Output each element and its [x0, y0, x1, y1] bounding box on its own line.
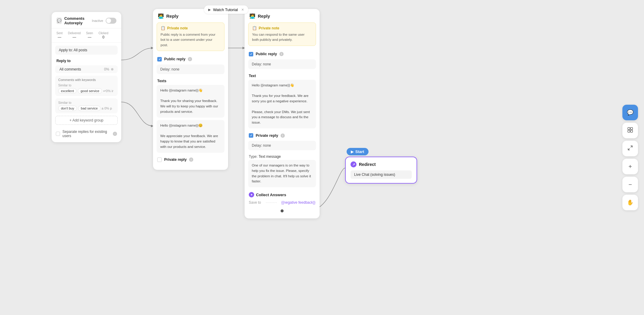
reply-icon-1: 🧑‍💻 [158, 13, 164, 19]
note-icon-1: 📋 [161, 26, 165, 30]
private-reply-info-1: i [189, 158, 193, 162]
toolbar-chat-icon: 💬 [627, 109, 633, 116]
text-bubble-1: Hello {{instagram name}}👋Thank you for s… [157, 85, 224, 118]
stat-delivered: Delivered — [68, 32, 81, 39]
private-note-text-2: You can respond to the same user both pu… [252, 32, 312, 43]
keyword-tags-1: excellent good service ↵0% ir [58, 88, 115, 94]
panel-header-left: 💬 Comments Autoreply [56, 16, 92, 25]
text-bubble-2: Hello {{instagram name}}😊We appreciate y… [157, 120, 224, 153]
svg-rect-2 [630, 128, 633, 130]
panel-stats: Sent — Delivered — Seen — Clicked 0 [52, 28, 121, 43]
redirect-value-box: Live Chat (solving issues) [351, 170, 412, 179]
public-reply-checkbox-1[interactable] [157, 57, 162, 62]
reply-to-label: Reply to [52, 58, 121, 65]
reply-card-1: 🧑‍💻 Reply 📋 Private note Public reply is… [153, 9, 228, 170]
add-keyword-btn[interactable]: + Add keyword group [55, 116, 118, 125]
type-value: Text message [259, 154, 281, 159]
public-reply-info-1: i [188, 57, 192, 61]
bottom-dot [281, 209, 284, 212]
private-reply-row-2[interactable]: Private reply i [245, 131, 320, 140]
toolbar-minus-icon: − [628, 181, 632, 188]
reply-icon-2: 🧑‍💻 [249, 13, 255, 19]
redirect-title: ↗ Redirect [351, 161, 412, 167]
close-icon[interactable]: × [242, 7, 244, 12]
reply-card-2-title-bar: 🧑‍💻 Reply [245, 9, 320, 22]
tag-more-1: ↵0% ir [103, 89, 113, 93]
collect-icon: ✦ [249, 192, 254, 197]
private-note-header-1: 📋 Private note [161, 26, 221, 30]
toolbar: 💬 + − ✋ [622, 105, 638, 210]
private-note-1: 📋 Private note Public reply is a comment… [157, 22, 224, 51]
private-note-text-1: Public reply is a comment from your bot … [161, 32, 221, 48]
tag-dont-buy: don't buy [58, 106, 77, 111]
text-label-2: Text [245, 71, 320, 80]
public-reply-row-2[interactable]: Public reply i [245, 50, 320, 58]
toolbar-hand-btn[interactable]: ✋ [622, 195, 638, 210]
toolbar-nodes-icon [627, 127, 633, 135]
toolbar-minus-btn[interactable]: − [622, 177, 638, 192]
watch-tutorial-label: Watch Tutorial [213, 8, 238, 12]
reply-card-2: 🧑‍💻 Reply 📋 Private note You can respond… [245, 9, 320, 218]
inactive-label: Inactive [92, 19, 103, 22]
save-to-value: {{negative feedback}} [281, 200, 315, 205]
stat-sent: Sent — [56, 32, 63, 39]
tag-bad-service: bad service [78, 106, 100, 111]
keyword-similar-to-1: Similar to [58, 83, 115, 87]
toggle-switch[interactable] [106, 18, 116, 24]
all-comments-row[interactable]: All comments 0% [55, 65, 118, 73]
svg-rect-1 [628, 130, 630, 132]
toolbar-plus-icon: + [628, 163, 632, 170]
reply-card-1-title: Reply [166, 14, 179, 19]
svg-rect-0 [628, 128, 630, 130]
left-panel: 💬 Comments Autoreply Inactive Sent — Del… [52, 12, 121, 142]
note-icon-2: 📋 [252, 26, 257, 30]
public-reply-row-1[interactable]: Public reply i [153, 55, 228, 63]
private-reply-checkbox-1[interactable] [157, 158, 162, 162]
panel-header: 💬 Comments Autoreply Inactive [52, 12, 121, 28]
delay-box-3: Delay: none [248, 141, 316, 150]
toolbar-chat-btn[interactable]: 💬 [622, 105, 638, 120]
text-bubble-4: One of our managers is on the way to hel… [248, 160, 316, 187]
tag-more-2: a 0% p [102, 106, 112, 110]
toggle-area[interactable]: Inactive [92, 18, 116, 24]
private-reply-row-1[interactable]: Private reply i [153, 155, 228, 164]
separate-replies[interactable]: Separate replies for existing users i [52, 127, 121, 142]
keyword-group-1-label: Comments with keywords [58, 78, 115, 82]
reply-card-2-title: Reply [258, 14, 270, 19]
private-note-2: 📋 Private note You can respond to the sa… [248, 22, 316, 46]
toolbar-hand-icon: ✋ [627, 199, 633, 206]
stat-clicked: Clicked 0 [98, 32, 108, 39]
tag-good-service: good service [78, 88, 102, 94]
text-bubble-3: Hello {{instagram name}}👋Thank you for y… [248, 80, 316, 129]
svg-rect-3 [630, 130, 633, 132]
start-play-icon: ▶ [351, 150, 354, 154]
separate-replies-checkbox[interactable] [56, 132, 60, 136]
public-reply-info-2: i [279, 52, 284, 56]
pct-dot: 0% [104, 67, 113, 71]
toolbar-plus-btn[interactable]: + [622, 159, 638, 174]
comments-icon: 💬 [56, 17, 62, 24]
toolbar-nodes-btn[interactable] [622, 123, 638, 138]
stat-seen: Seen — [86, 32, 93, 39]
tag-excellent: excellent [58, 88, 77, 94]
keyword-tags-2: don't buy bad service a 0% p [58, 106, 115, 111]
private-reply-checkbox-2[interactable] [249, 133, 253, 138]
keyword-group-2[interactable]: Similar to don't buy bad service a 0% p [55, 98, 118, 113]
apply-to[interactable]: Apply to: All posts [55, 46, 118, 55]
redirect-card[interactable]: ↗ Redirect Live Chat (solving issues) [345, 157, 417, 184]
toolbar-shrink-btn[interactable] [622, 141, 638, 156]
texts-label-1: Texts [153, 76, 228, 85]
type-row: Type: Text message [245, 153, 320, 160]
keyword-group-1[interactable]: Comments with keywords Similar to excell… [55, 76, 118, 96]
toolbar-shrink-icon [627, 145, 633, 152]
collect-answers-header: ✦ Collect Answers [245, 190, 320, 199]
delay-box-2: Delay: none [248, 59, 316, 69]
dot [111, 68, 113, 70]
start-bubble: ▶ Start [347, 148, 369, 155]
private-reply-info-2: i [281, 134, 285, 138]
public-reply-checkbox-2[interactable] [249, 52, 253, 56]
keyword-similar-to-2: Similar to [58, 101, 115, 104]
watch-tutorial-bar[interactable]: ▶ Watch Tutorial × [204, 5, 248, 14]
panel-title: Comments Autoreply [64, 16, 92, 25]
separate-replies-info: i [113, 132, 117, 136]
